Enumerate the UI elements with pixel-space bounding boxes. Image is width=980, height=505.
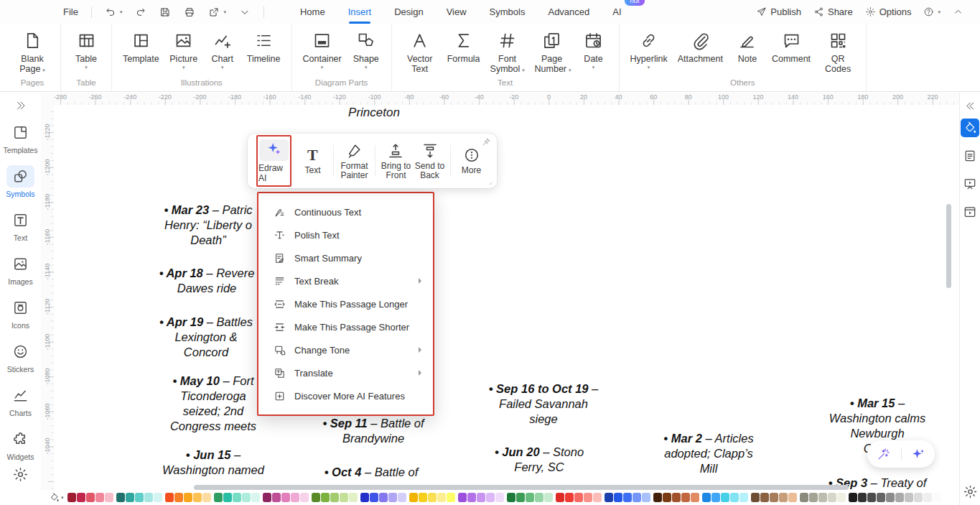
color-swatch[interactable]	[184, 493, 192, 502]
timeline-note[interactable]: Sep 16 to Oct 19 –Failed Savannahsiege	[489, 381, 599, 427]
menu-item-change-tone[interactable]: Change Tone	[258, 338, 433, 361]
menu-item-smart-summary[interactable]: Smart Summary	[258, 246, 433, 269]
ribbon-button-comment[interactable]: Comment	[767, 24, 816, 64]
expand-sidebar-button[interactable]	[15, 100, 27, 111]
color-swatch[interactable]	[905, 493, 913, 502]
color-swatch[interactable]	[242, 493, 251, 502]
timeline-note[interactable]: Apr 18 – RevereDawes ride	[159, 266, 255, 296]
color-swatch[interactable]	[837, 493, 846, 502]
toolbar-button-text[interactable]: TText	[296, 147, 330, 175]
collapse-panel-button[interactable]	[965, 101, 976, 111]
sidebar-item-symbols[interactable]: Symbols	[0, 159, 41, 203]
edraw-ai-button[interactable]: Edraw AI	[256, 135, 291, 187]
color-swatch[interactable]	[233, 493, 241, 502]
color-swatch[interactable]	[914, 493, 923, 502]
timeline-note[interactable]: Apr 19 – BattlesLexington &Concord	[159, 315, 253, 360]
color-swatch[interactable]	[526, 493, 534, 502]
color-swatch[interactable]	[272, 493, 281, 502]
color-swatch[interactable]	[77, 493, 85, 502]
sidebar-item-images[interactable]: Images	[0, 247, 41, 291]
sparkles-icon[interactable]	[911, 447, 925, 461]
ribbon-button-picture[interactable]: Picture▾	[164, 24, 203, 70]
color-swatch[interactable]	[770, 493, 778, 502]
color-swatch[interactable]	[388, 493, 397, 502]
color-swatch[interactable]	[360, 493, 369, 502]
color-swatch[interactable]	[672, 493, 681, 502]
color-swatch[interactable]	[144, 493, 153, 502]
color-swatch[interactable]	[86, 493, 95, 502]
pin-icon[interactable]	[482, 137, 491, 147]
color-swatch[interactable]	[867, 493, 876, 502]
sidebar-item-icons[interactable]: Icons	[0, 291, 41, 335]
menu-item-continuous-text[interactable]: Continuous Text	[258, 200, 433, 223]
toolbar-button-send-to-back[interactable]: Send to Back	[413, 142, 447, 180]
color-swatch[interactable]	[428, 493, 437, 502]
color-swatch[interactable]	[300, 493, 309, 502]
color-swatch[interactable]	[760, 493, 769, 502]
tab-design[interactable]: Design	[383, 0, 434, 24]
timeline-note[interactable]: Jun 15 –Washington named	[162, 448, 264, 478]
help-button[interactable]: ▾	[920, 4, 944, 19]
ribbon-button-font-symbol[interactable]: Font Symbol▾	[485, 24, 530, 75]
color-swatch[interactable]	[202, 493, 211, 502]
timeline-note[interactable]: Mar 23 – PatricHenry: “Liberty oDeath”	[164, 203, 252, 248]
color-swatch[interactable]	[923, 493, 932, 502]
color-swatch[interactable]	[653, 493, 662, 502]
color-swatch[interactable]	[291, 493, 299, 502]
document-canvas[interactable]: Princeton Edraw AITTextFormat PainterBri…	[54, 105, 960, 490]
color-swatch[interactable]	[379, 493, 388, 502]
color-swatch[interactable]	[849, 493, 857, 502]
color-swatch[interactable]	[477, 493, 485, 502]
color-swatch[interactable]	[409, 493, 418, 502]
color-swatch[interactable]	[809, 493, 818, 502]
panel-tool-slideshow-panel[interactable]	[961, 203, 979, 221]
print-button[interactable]	[179, 4, 200, 20]
collapse-ribbon-button[interactable]	[949, 4, 967, 19]
tab-advanced[interactable]: Advanced	[536, 0, 601, 24]
fill-color-button[interactable]: ▾	[49, 492, 64, 503]
color-swatch[interactable]	[633, 493, 641, 502]
color-swatch[interactable]	[751, 493, 760, 502]
color-swatch[interactable]	[933, 493, 941, 502]
color-swatch[interactable]	[691, 493, 699, 502]
color-swatch[interactable]	[312, 493, 320, 502]
ribbon-button-date[interactable]: Date▾	[574, 24, 613, 70]
save-button[interactable]	[155, 4, 175, 20]
vertical-scrollbar[interactable]	[946, 204, 951, 288]
color-swatch[interactable]	[251, 493, 260, 502]
color-swatch[interactable]	[556, 493, 564, 502]
color-swatch[interactable]	[605, 493, 613, 502]
color-swatch[interactable]	[828, 493, 836, 502]
ribbon-button-shape[interactable]: Shape▾	[347, 24, 386, 70]
toolbar-button-more[interactable]: More	[454, 147, 488, 175]
color-swatch[interactable]	[942, 493, 951, 502]
color-swatch[interactable]	[223, 493, 232, 502]
color-swatch[interactable]	[739, 493, 748, 502]
magic-wand-icon[interactable]	[877, 447, 891, 461]
menu-item-translate[interactable]: Translate	[258, 361, 433, 384]
color-swatch[interactable]	[818, 493, 827, 502]
color-swatch[interactable]	[886, 493, 895, 502]
ribbon-button-page-number[interactable]: Page Number▾	[530, 24, 574, 75]
color-swatch[interactable]	[730, 493, 739, 502]
color-swatch[interactable]	[105, 493, 113, 502]
file-menu-button[interactable]: File	[44, 4, 83, 20]
color-swatch[interactable]	[419, 493, 427, 502]
ribbon-button-vector-text[interactable]: Vector Text	[398, 24, 442, 74]
panel-tool-fill-style[interactable]	[961, 119, 979, 137]
settings-button[interactable]	[12, 466, 29, 483]
color-swatch[interactable]	[458, 493, 467, 502]
sidebar-item-charts[interactable]: Charts	[0, 379, 41, 422]
color-swatch[interactable]	[349, 493, 358, 502]
color-swatch[interactable]	[126, 493, 134, 502]
color-swatch[interactable]	[154, 493, 162, 502]
menu-item-discover-more-ai-features[interactable]: Discover More AI Features	[258, 384, 433, 407]
ribbon-button-template[interactable]: Template	[118, 24, 164, 64]
menu-item-polish-text[interactable]: Polish Text	[258, 223, 433, 246]
menu-item-make-this-passage-longer[interactable]: Make This Passage Longer	[258, 292, 433, 315]
color-swatch[interactable]	[779, 493, 788, 502]
back-button[interactable]	[22, 4, 41, 19]
canvas-text-princeton[interactable]: Princeton	[348, 106, 400, 120]
timeline-note[interactable]: May 10 – FortTiconderogaseized; 2ndCongr…	[170, 374, 256, 434]
toolbar-button-bring-to-front[interactable]: Bring to Front	[379, 142, 413, 180]
